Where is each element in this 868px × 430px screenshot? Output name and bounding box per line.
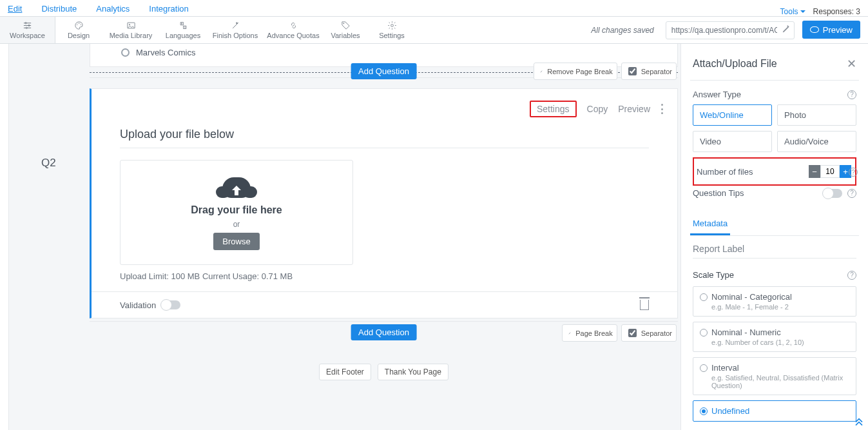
question-tips-toggle[interactable] [823,189,842,198]
previous-option-label: Marvels Comics [136,48,195,57]
languages-button[interactable]: A文 Languages [160,17,206,43]
settings-button[interactable]: Settings [369,17,415,43]
tools-dropdown[interactable]: Tools [780,7,805,16]
answer-type-video[interactable]: Video [693,131,772,152]
below-question-bar: Add Question Page Break Separator [90,321,678,342]
question-number: Q2 [41,157,56,170]
drag-label: Drag your file here [191,204,282,216]
preview-button[interactable]: Preview [802,21,860,39]
pencil-icon[interactable] [782,24,791,34]
scroll-to-top-icon[interactable] [853,415,865,427]
responses-label: Responses: [813,7,854,16]
nav-left: Edit Distribute Analytics Integration [8,4,189,16]
media-library-button[interactable]: Media Library [102,17,160,43]
browse-button[interactable]: Browse [213,233,259,250]
help-icon[interactable]: ? [847,271,856,280]
panel-title: Attach/Upload File [693,58,777,70]
nav-right: Tools Responses: 3 [780,7,860,16]
file-upload-zone[interactable]: Drag your file here or Browse [120,160,353,265]
delete-question-button[interactable] [640,300,649,310]
svg-point-3 [77,24,77,25]
separator-toggle-bottom[interactable]: Separator [621,324,677,342]
question-settings-tab[interactable]: Settings [530,101,577,117]
cloud-upload-icon [222,177,251,198]
advance-quotas-label: Advance Quotas [267,32,319,39]
question-footer: Validation [92,291,677,318]
or-label: or [233,220,240,229]
answer-type-label: Answer Type [693,90,741,99]
answer-type-options: Web/Online Photo Video Audio/Voice [693,104,856,152]
question-copy-tab[interactable]: Copy [587,104,608,114]
help-icon[interactable]: ? [849,168,858,177]
scale-nominal-categorical[interactable]: Nominal - Categorical e.g. Male - 1, Fem… [693,286,856,317]
nav-integration[interactable]: Integration [149,4,188,16]
survey-url-input[interactable] [666,21,795,39]
add-question-button[interactable]: Add Question [351,63,417,79]
image-icon [126,21,136,30]
edit-footer-button[interactable]: Edit Footer [319,364,371,380]
help-icon[interactable]: ? [847,90,856,99]
scale-undefined[interactable]: Undefined [693,400,856,422]
nav-distribute[interactable]: Distribute [41,4,77,16]
number-of-files-stepper: − + [809,165,851,178]
svg-point-8 [129,24,130,25]
upload-limit-text: Upload Limit: 100 MB Current Usage: 0.71… [92,271,677,291]
workspace-button[interactable]: Workspace [0,17,55,43]
question-tips-label: Question Tips [693,188,744,198]
languages-label: Languages [166,32,200,39]
gear-icon [387,21,397,30]
help-icon[interactable]: ? [847,189,856,198]
wand-icon [231,21,240,30]
design-label: Design [68,32,90,39]
svg-point-4 [77,23,78,23]
palette-icon [74,21,84,30]
thank-you-page-button[interactable]: Thank You Page [378,364,448,380]
responses-count[interactable]: Responses: 3 [813,7,860,16]
page-break-icon [566,330,573,337]
question-title[interactable]: Upload your file below [92,122,677,145]
stepper-decrement[interactable]: − [809,165,820,178]
answer-type-web[interactable]: Web/Online [693,104,772,126]
radio-icon [121,48,130,57]
remove-page-break-button[interactable]: Remove Page Break [534,63,617,80]
svg-point-5 [79,23,80,23]
question-more-menu[interactable] [661,104,663,114]
metadata-tab[interactable]: Metadata [690,213,730,235]
settings-panel: Attach/Upload File ✕ Answer Type ? Web/O… [680,44,868,430]
number-of-files-input[interactable] [820,165,840,178]
page-break-divider: Add Question Remove Page Break Separator [90,66,678,78]
svg-point-11 [343,23,344,24]
question-toolbar: Settings Copy Preview [92,89,677,122]
survey-url-box [666,21,795,39]
question-preview-tab[interactable]: Preview [618,104,650,114]
close-panel-button[interactable]: ✕ [847,57,856,71]
separator-checkbox-bottom[interactable] [628,329,637,337]
link-icon [289,21,298,30]
nav-analytics[interactable]: Analytics [96,4,130,16]
scale-nominal-numeric[interactable]: Nominal - Numeric e.g. Number of cars (1… [693,322,856,352]
advance-quotas-button[interactable]: Advance Quotas [264,17,322,43]
unlink-icon [538,68,545,75]
previous-question-option: Marvels Comics [90,44,678,61]
variables-label: Variables [331,32,360,39]
saved-indicator: All changes saved [591,17,653,43]
workspace-label: Workspace [10,32,45,39]
page-break-button[interactable]: Page Break [562,324,617,342]
sliders-icon [23,21,32,30]
separator-toggle[interactable]: Separator [621,63,677,80]
separator-checkbox[interactable] [628,67,637,75]
media-library-label: Media Library [110,32,153,39]
validation-toggle[interactable] [161,300,180,309]
scale-interval[interactable]: Interval e.g. Satisfied, Neutral, Dissat… [693,357,856,395]
variables-button[interactable]: Variables [322,17,369,43]
finish-options-button[interactable]: Finish Options [206,17,264,43]
add-question-button-bottom[interactable]: Add Question [351,324,417,340]
left-rail [0,44,9,430]
answer-type-audio[interactable]: Audio/Voice [777,131,856,152]
nav-edit[interactable]: Edit [8,4,22,16]
answer-type-photo[interactable]: Photo [777,104,856,126]
design-button[interactable]: Design [55,17,102,43]
languages-icon: A文 [178,21,188,30]
survey-footer-buttons: Edit Footer Thank You Page [90,364,678,380]
validation-label: Validation [120,300,156,310]
